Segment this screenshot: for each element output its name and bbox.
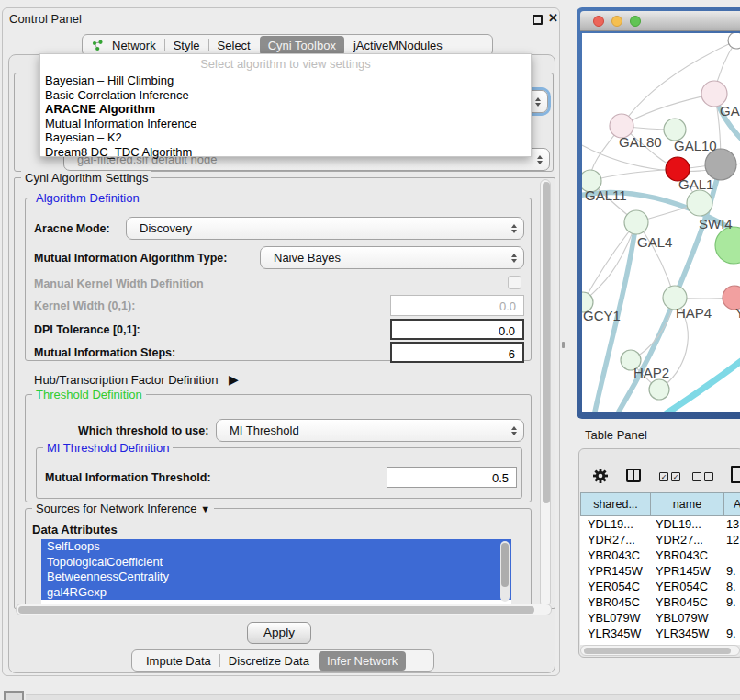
- columns-icon[interactable]: [626, 469, 641, 482]
- network-icon: [92, 40, 104, 51]
- tab-impute-data[interactable]: Impute Data: [138, 651, 219, 671]
- mi-threshold-field[interactable]: 0.5: [387, 467, 517, 488]
- dpi-tolerance-field[interactable]: 0.0: [390, 319, 524, 340]
- control-panel-title: Control Panel: [9, 12, 82, 26]
- tab-infer-network[interactable]: Infer Network: [319, 651, 406, 671]
- column-header-shared-name[interactable]: shared...: [580, 492, 651, 516]
- mi-threshold-label: Mutual Information Threshold:: [45, 471, 211, 484]
- application-window: Control Panel ✕ Network Style Select Cyn…: [0, 0, 740, 700]
- data-attributes-label: Data Attributes: [32, 523, 118, 536]
- zoom-window-icon[interactable]: [630, 16, 641, 27]
- network-graph: GAL GAL80 GAL10 GAL1 GAL11 SWI4 GAL4 GCY…: [582, 33, 740, 412]
- table-row[interactable]: YDR27... YDR27... 12: [580, 532, 740, 548]
- minimize-window-icon[interactable]: [611, 16, 622, 27]
- unselect-all-columns-icon[interactable]: [704, 472, 713, 481]
- unselect-all-columns-icon[interactable]: [692, 472, 701, 481]
- aracne-mode-combobox[interactable]: Discovery: [126, 217, 524, 240]
- algorithm-definition-title: Algorithm Definition: [32, 191, 143, 205]
- tab-cyni-toolbox[interactable]: Cyni Toolbox: [260, 36, 344, 55]
- tab-discretize-data[interactable]: Discretize Data: [220, 651, 318, 671]
- node-gray[interactable]: [705, 149, 736, 180]
- manual-kernel-width-checkbox[interactable]: [508, 276, 521, 289]
- dropdown-item-bayesian-k2[interactable]: Bayesian – K2: [45, 130, 122, 144]
- combo-stepper-icon: [511, 426, 517, 435]
- tab-select[interactable]: Select: [209, 36, 259, 55]
- mi-threshold-value: 0.5: [492, 471, 509, 485]
- node-label: SWI4: [699, 216, 733, 231]
- column-header-name[interactable]: name: [650, 492, 724, 516]
- table-row[interactable]: YER054C YER054C 8.: [580, 579, 740, 594]
- expand-right-icon[interactable]: ▶: [229, 372, 239, 387]
- cell-value: 13: [726, 517, 739, 531]
- column-header-partial[interactable]: A: [723, 492, 740, 516]
- node-green[interactable]: [715, 227, 740, 264]
- dropdown-item-aracne[interactable]: ARACNE Algorithm: [45, 102, 155, 116]
- mi-algorithm-type-combobox[interactable]: Naive Bayes: [260, 246, 524, 269]
- list-item[interactable]: SelfLoops: [41, 539, 511, 555]
- apply-button[interactable]: Apply: [247, 622, 311, 644]
- node-label: Y: [735, 305, 740, 321]
- node-swi4[interactable]: [687, 190, 712, 216]
- dropdown-placeholder: Select algorithm to view settings: [40, 57, 531, 71]
- table-horizontal-scrollbar-thumb[interactable]: [584, 648, 731, 654]
- settings-vertical-scrollbar[interactable]: [540, 179, 551, 607]
- cell-value: 9.: [726, 564, 736, 578]
- dropdown-item-basic-correlation[interactable]: Basic Correlation Inference: [45, 88, 189, 102]
- kernel-width-value: 0.0: [499, 299, 516, 313]
- dropdown-item-bayesian-hill-climbing[interactable]: Bayesian – Hill Climbing: [45, 73, 174, 87]
- tab-jactivemnodules[interactable]: jActiveMNodules: [345, 36, 451, 55]
- node-label: GAL10: [674, 138, 717, 153]
- which-threshold-label: Which threshold to use:: [78, 424, 208, 437]
- table-horizontal-scrollbar[interactable]: [580, 645, 740, 656]
- dropdown-item-dream8[interactable]: Dream8 DC_TDC Algorithm: [45, 145, 192, 159]
- table-row[interactable]: YBR043C YBR043C: [580, 548, 740, 563]
- minimized-panel-icon[interactable]: [4, 691, 24, 700]
- algorithm-dropdown-list: Select algorithm to view settings Bayesi…: [39, 53, 532, 157]
- network-canvas[interactable]: GAL GAL80 GAL10 GAL1 GAL11 SWI4 GAL4 GCY…: [582, 33, 740, 412]
- settings-horizontal-scrollbar-thumb[interactable]: [18, 606, 534, 614]
- table-row[interactable]: YBR045C YBR045C 9.: [580, 594, 740, 610]
- table-row[interactable]: YPR145W YPR145W 9.: [580, 563, 740, 579]
- settings-vertical-scrollbar-thumb[interactable]: [543, 182, 550, 503]
- hub-definition-row[interactable]: Hub/Transcription Factor Definition ▶: [34, 372, 239, 387]
- table-row[interactable]: YLR345W YLR345W 9.: [580, 626, 740, 641]
- cell-name: YPR145W: [656, 564, 711, 578]
- kernel-width-field[interactable]: 0.0: [390, 295, 524, 316]
- list-item[interactable]: BetweennessCentrality: [41, 570, 511, 585]
- list-item[interactable]: TopologicalCoefficient: [41, 555, 511, 570]
- network-window-titlebar[interactable]: [580, 11, 740, 31]
- gear-icon[interactable]: [592, 468, 609, 487]
- cell-name: YBL079W: [656, 611, 709, 625]
- node[interactable]: [649, 379, 669, 400]
- table-body[interactable]: YDL19... YDL19... 13 YDR27... YDR27... 1…: [580, 516, 740, 645]
- close-icon[interactable]: ✕: [548, 11, 558, 25]
- node-label: GAL1: [678, 176, 713, 192]
- attributes-list-scrollbar[interactable]: [500, 541, 510, 602]
- select-all-columns-icon[interactable]: ✓: [659, 472, 668, 481]
- tab-style[interactable]: Style: [165, 36, 208, 55]
- aracne-mode-label: Aracne Mode:: [34, 222, 110, 235]
- node-gal4[interactable]: [624, 210, 648, 234]
- which-threshold-combobox[interactable]: MI Threshold: [216, 419, 524, 442]
- network-view-window[interactable]: GAL GAL80 GAL10 GAL1 GAL11 SWI4 GAL4 GCY…: [577, 7, 740, 419]
- float-icon[interactable]: [533, 15, 543, 25]
- hub-definition-label: Hub/Transcription Factor Definition: [34, 373, 218, 387]
- settings-horizontal-scrollbar[interactable]: [16, 604, 552, 615]
- dropdown-item-mutual-information[interactable]: Mutual Information Inference: [45, 117, 196, 130]
- node[interactable]: [728, 33, 740, 49]
- close-window-icon[interactable]: [593, 16, 604, 27]
- list-item[interactable]: gal4RGexp: [41, 585, 511, 601]
- data-attributes-list[interactable]: SelfLoops TopologicalCoefficient Between…: [41, 539, 511, 605]
- tab-network[interactable]: Network: [104, 36, 164, 55]
- collapse-down-icon[interactable]: ▼: [200, 503, 210, 514]
- attributes-list-scrollbar-thumb[interactable]: [501, 543, 509, 587]
- table-row[interactable]: YBL079W YBL079W: [580, 610, 740, 626]
- dpi-tolerance-label: DPI Tolerance [0,1]:: [34, 323, 140, 336]
- combo-stepper-icon: [537, 155, 543, 164]
- combo-stepper-icon: [511, 254, 517, 263]
- document-icon[interactable]: [731, 466, 740, 483]
- select-all-columns-icon[interactable]: ✓: [671, 472, 680, 481]
- panel-splitter-handle[interactable]: [562, 342, 565, 348]
- mi-steps-field[interactable]: 6: [390, 342, 524, 363]
- table-row[interactable]: YDL19... YDL19... 13: [580, 516, 740, 532]
